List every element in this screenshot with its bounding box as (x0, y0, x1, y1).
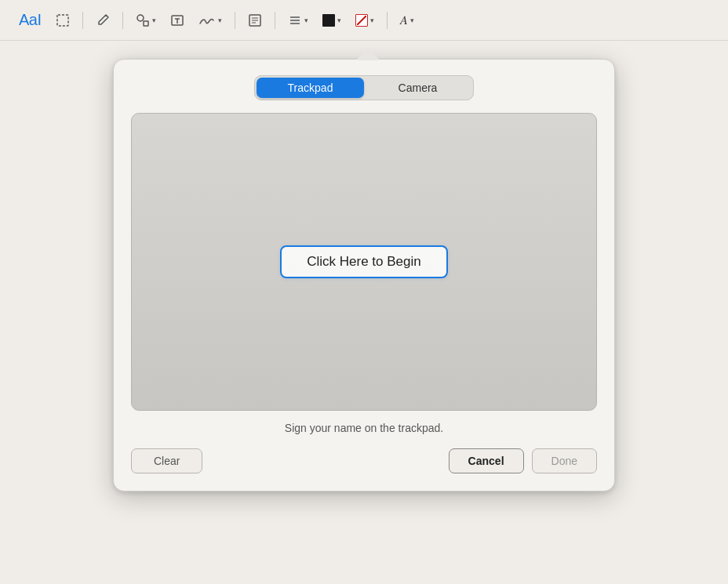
clear-button[interactable]: Clear (131, 448, 202, 473)
fill-color-dropdown[interactable]: ▾ (318, 9, 346, 32)
fill-color-swatch (322, 14, 335, 27)
divider-4 (275, 12, 275, 29)
svg-rect-0 (57, 15, 68, 26)
divider-1 (82, 12, 83, 29)
text-format-label: AaI (19, 11, 42, 29)
panel-arrow (357, 47, 379, 60)
signature-chevron: ▾ (218, 16, 222, 24)
segmented-control: Trackpad Camera (254, 75, 474, 100)
font-chevron: ▾ (410, 16, 414, 24)
text-box-button[interactable] (166, 9, 189, 32)
draw-button[interactable] (91, 9, 115, 32)
text-format-button[interactable]: AaI (14, 9, 46, 32)
action-buttons: Cancel Done (449, 448, 597, 473)
shapes-chevron: ▾ (152, 16, 156, 24)
svg-point-1 (137, 15, 144, 21)
trackpad-tab[interactable]: Trackpad (257, 78, 364, 98)
selection-icon (56, 13, 70, 27)
font-icon: 𝐴 (400, 13, 408, 27)
notes-icon (248, 13, 262, 27)
selection-button[interactable] (51, 9, 75, 32)
camera-tab[interactable]: Camera (364, 78, 471, 98)
pencil-icon (96, 13, 110, 27)
divider-3 (235, 12, 235, 29)
signature-panel: Trackpad Camera Click Here to Begin Sign… (113, 59, 615, 492)
border-color-dropdown[interactable]: ▾ (351, 9, 379, 32)
list-dropdown[interactable]: ▾ (283, 9, 313, 32)
cancel-button[interactable]: Cancel (449, 448, 524, 473)
border-chevron: ▾ (370, 16, 374, 24)
list-chevron: ▾ (304, 16, 308, 24)
divider-5 (387, 12, 388, 29)
signature-icon (198, 13, 216, 27)
fill-chevron: ▾ (337, 16, 341, 24)
signature-dropdown[interactable]: ▾ (194, 9, 227, 32)
toolbar: AaI ▾ ▾ (0, 0, 728, 41)
divider-2 (122, 12, 123, 29)
notes-button[interactable] (243, 9, 267, 32)
shapes-icon (136, 13, 150, 27)
click-here-button[interactable]: Click Here to Begin (280, 245, 448, 278)
instruction-text: Sign your name on the trackpad. (131, 422, 597, 434)
text-box-icon (170, 13, 184, 27)
done-button[interactable]: Done (532, 448, 597, 473)
svg-rect-2 (144, 21, 148, 26)
list-icon (288, 13, 302, 27)
draw-area[interactable]: Click Here to Begin (131, 113, 597, 411)
font-dropdown[interactable]: 𝐴 ▾ (395, 9, 419, 32)
shapes-dropdown[interactable]: ▾ (131, 9, 161, 32)
signature-panel-wrapper: Trackpad Camera Click Here to Begin Sign… (113, 47, 615, 492)
border-color-swatch (355, 14, 368, 27)
bottom-buttons: Clear Cancel Done (131, 448, 597, 473)
